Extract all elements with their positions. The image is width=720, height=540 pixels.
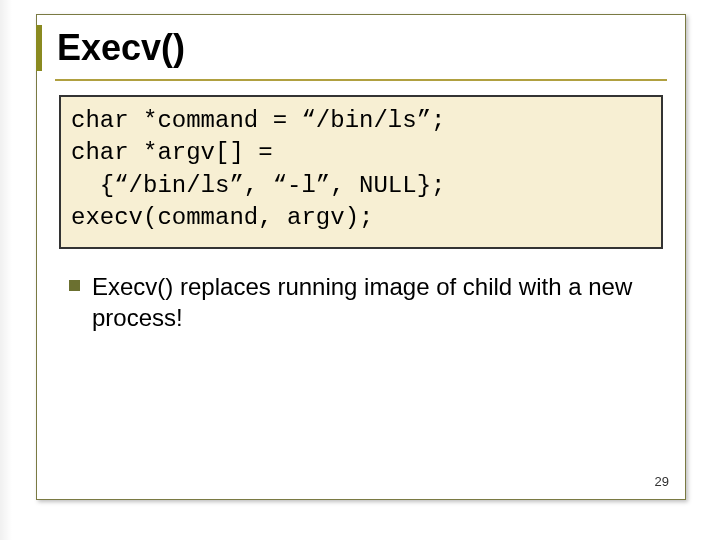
code-line: {“/bin/ls”, “-l”, NULL}; (71, 172, 445, 199)
slide-left-shadow (0, 0, 12, 540)
bullet-text: Execv() replaces running image of child … (92, 271, 653, 333)
slide-title: Execv() (55, 27, 667, 69)
code-block: char *command = “/bin/ls”; char *argv[] … (59, 95, 663, 249)
title-accent-bar (36, 25, 42, 71)
bullet-item: Execv() replaces running image of child … (69, 271, 653, 333)
square-bullet-icon (69, 280, 80, 291)
code-line: char *command = “/bin/ls”; (71, 107, 445, 134)
code-line: char *argv[] = (71, 139, 273, 166)
slide-container: Execv() char *command = “/bin/ls”; char … (36, 14, 686, 500)
page-number: 29 (655, 474, 669, 489)
code-line: execv(command, argv); (71, 204, 373, 231)
title-area: Execv() (55, 15, 667, 81)
